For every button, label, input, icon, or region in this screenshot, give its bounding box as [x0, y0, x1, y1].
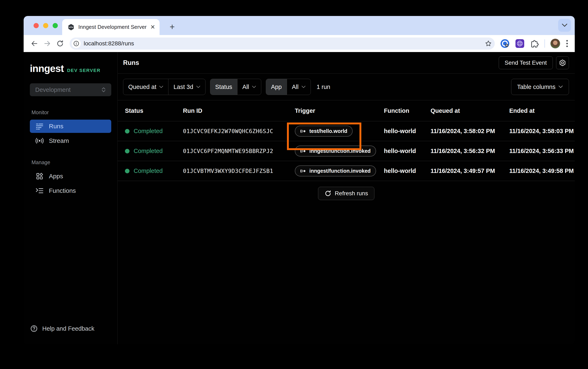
column-header: Ended at	[509, 107, 575, 114]
apps-icon	[35, 173, 44, 180]
password-manager-extension-icon[interactable]	[500, 39, 510, 48]
send-test-event-button[interactable]: Send Test Event	[499, 56, 553, 69]
tab-close-icon[interactable]: ✕	[150, 24, 155, 31]
stream-icon	[35, 137, 44, 144]
time-field-dropdown[interactable]: Queued at	[123, 79, 168, 95]
status-filter-label: Status	[210, 79, 237, 95]
updown-chevron-icon	[101, 87, 106, 93]
column-header: Trigger	[295, 107, 384, 114]
run-count: 1 run	[317, 83, 330, 90]
status-label: Completed	[134, 128, 163, 134]
runs-table-body: Completed 01JCVC9EFKJ2W70WQHC6ZH6SJC tes…	[118, 121, 575, 181]
tab-search-chevron-icon[interactable]	[558, 19, 571, 32]
traffic-lights	[34, 23, 58, 28]
dev-server-badge: DEV SERVER	[67, 68, 100, 73]
trigger-name: inngest/function.invoked	[309, 168, 371, 174]
tab-strip: Inngest Development Server ✕ +	[24, 16, 575, 35]
column-header: Queued at	[430, 107, 509, 114]
toolbar-separator	[545, 39, 545, 48]
extensions-puzzle-icon[interactable]	[530, 39, 539, 48]
trigger-cell: inngest/function.invoked	[295, 165, 384, 176]
queued-at: 11/16/2024, 3:58:02 PM	[430, 128, 509, 134]
table-row[interactable]: Completed 01JCVC6PF2MQNMTWE95BBRZPJ2 inn…	[118, 141, 575, 161]
forward-icon[interactable]	[42, 38, 53, 49]
bookmark-star-icon[interactable]	[485, 40, 492, 47]
trigger-name: inngest/function.invoked	[309, 148, 371, 154]
column-header: Function	[384, 107, 430, 114]
run-id[interactable]: 01JCVC6PF2MQNMTWE95BBRZPJ2	[183, 148, 295, 154]
browser-menu-kebab-icon[interactable]	[566, 39, 568, 48]
sidebar-section-monitor: Monitor	[24, 110, 118, 115]
ended-at: 11/16/2024, 3:56:33 PM	[509, 148, 575, 154]
settings-gear-button[interactable]	[556, 56, 569, 69]
functions-icon	[35, 187, 44, 194]
sidebar-section-manage: Manage	[24, 159, 118, 165]
trigger-cell: test/hello.world	[295, 126, 384, 137]
table-row[interactable]: Completed 01JCVBTMV3WXY9D3CFDEJFZSB1 inn…	[118, 161, 575, 181]
status-cell: Completed	[125, 167, 183, 174]
queued-at: 11/16/2024, 3:56:32 PM	[430, 148, 509, 154]
run-id[interactable]: 01JCVC9EFKJ2W70WQHC6ZH6SJC	[183, 128, 295, 134]
event-trigger-icon	[300, 149, 306, 153]
sidebar-item-functions[interactable]: Functions	[30, 184, 111, 197]
ended-at: 11/16/2024, 3:58:03 PM	[509, 128, 575, 134]
app-filter-dropdown[interactable]: All	[287, 79, 310, 95]
function-name[interactable]: hello-world	[384, 148, 430, 154]
back-icon[interactable]	[29, 38, 40, 49]
time-filter[interactable]: Queued at Last 3d	[123, 79, 206, 95]
app-filter[interactable]: App All	[266, 79, 311, 95]
workspace-select[interactable]: Development	[30, 83, 111, 96]
new-tab-button[interactable]: +	[167, 21, 178, 32]
status-filter-dropdown[interactable]: All	[237, 79, 261, 95]
status-cell: Completed	[125, 148, 183, 154]
status-filter-value: All	[242, 83, 249, 90]
event-trigger-icon	[300, 129, 306, 133]
page-title: Runs	[123, 59, 139, 67]
profile-avatar[interactable]	[550, 39, 560, 49]
zoom-window-button[interactable]	[53, 23, 58, 28]
site-info-icon[interactable]	[72, 39, 81, 48]
status-label: Completed	[134, 167, 163, 174]
close-window-button[interactable]	[34, 23, 39, 28]
queued-at: 11/16/2024, 3:49:57 PM	[430, 167, 509, 174]
time-range-dropdown[interactable]: Last 3d	[168, 79, 205, 95]
help-icon	[30, 325, 38, 332]
tab-title: Inngest Development Server	[78, 24, 147, 30]
url-bar[interactable]: localhost:8288/runs	[70, 38, 495, 50]
trigger-pill[interactable]: inngest/function.invoked	[295, 145, 376, 156]
column-header: Status	[125, 107, 183, 114]
reload-icon[interactable]	[55, 38, 65, 49]
table-columns-label: Table columns	[517, 83, 556, 90]
trigger-pill[interactable]: test/hello.world	[295, 126, 353, 137]
refresh-runs-label: Refresh runs	[335, 190, 368, 197]
minimize-window-button[interactable]	[43, 23, 48, 28]
browser-window: Inngest Development Server ✕ + localhost…	[24, 16, 575, 344]
url-text[interactable]: localhost:8288/runs	[84, 40, 482, 47]
purple-extension-icon[interactable]	[515, 39, 525, 48]
app-filter-label: App	[266, 79, 287, 95]
browser-tab[interactable]: Inngest Development Server ✕	[62, 19, 159, 35]
refresh-runs-button[interactable]: Refresh runs	[318, 187, 374, 200]
function-name[interactable]: hello-world	[384, 167, 430, 174]
main-header: Runs Send Test Event	[118, 52, 575, 74]
status-dot-icon	[125, 129, 130, 133]
sidebar-item-label: Runs	[49, 123, 63, 130]
app-filter-value: All	[292, 83, 299, 90]
table-row[interactable]: Completed 01JCVC9EFKJ2W70WQHC6ZH6SJC tes…	[118, 121, 575, 141]
time-range-value: Last 3d	[173, 83, 193, 90]
ended-at: 11/16/2024, 3:49:58 PM	[509, 167, 575, 174]
status-dot-icon	[125, 149, 130, 154]
sidebar-item-label: Stream	[49, 137, 69, 144]
sidebar-item-runs[interactable]: Runs	[30, 120, 111, 133]
status-filter[interactable]: Status All	[210, 79, 261, 95]
runs-list-icon	[35, 123, 44, 130]
sidebar-item-stream[interactable]: Stream	[30, 134, 111, 147]
filter-bar: Queued at Last 3d Status All	[118, 74, 575, 100]
status-dot-icon	[125, 169, 130, 173]
table-columns-button[interactable]: Table columns	[511, 79, 569, 95]
trigger-pill[interactable]: inngest/function.invoked	[295, 165, 376, 176]
help-and-feedback[interactable]: Help and Feedback	[30, 325, 111, 332]
sidebar-item-apps[interactable]: Apps	[30, 170, 111, 183]
function-name[interactable]: hello-world	[384, 128, 430, 134]
run-id[interactable]: 01JCVBTMV3WXY9D3CFDEJFZSB1	[183, 168, 295, 174]
